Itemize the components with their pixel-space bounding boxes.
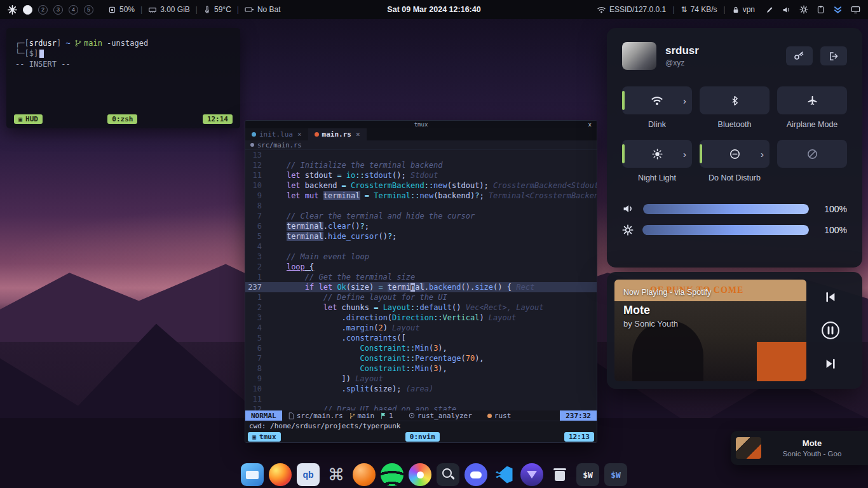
distro-logo-icon[interactable]	[8, 5, 17, 15]
photos-icon[interactable]	[409, 463, 431, 486]
code-line[interactable]: 4 .margin(2) Layout	[245, 323, 597, 333]
line-number: 6	[245, 343, 268, 353]
code-line[interactable]: 3 // Main event loop	[245, 252, 597, 262]
window-titlebar[interactable]: tmuxx	[245, 121, 597, 128]
code-line[interactable]: 1 // Define layout for the UI	[245, 292, 597, 302]
chevron-right-icon[interactable]	[683, 96, 686, 105]
code-line[interactable]: 4	[245, 241, 597, 252]
code-line[interactable]: 11	[245, 394, 597, 404]
line-number: 10	[245, 180, 268, 191]
monitor-icon[interactable]	[851, 5, 860, 14]
code-buffer[interactable]: 1312 // Initialize the terminal backend1…	[245, 150, 597, 410]
hud-badge[interactable]: HUD	[14, 114, 43, 124]
code-line[interactable]: 2 loop {	[245, 262, 597, 272]
code-line[interactable]: 237 if let Ok(size) = terminal.backend()…	[245, 282, 597, 292]
qutebrowser-icon[interactable]: qb	[297, 463, 320, 486]
volume-slider[interactable]	[643, 204, 809, 214]
session-badge[interactable]: 0:zsh	[107, 114, 137, 124]
code-text: .direction(Direction::Vertical) Layout	[268, 313, 597, 323]
clipboard-icon[interactable]	[817, 5, 825, 14]
network-speed[interactable]: 74 KB/s	[681, 5, 717, 14]
ram-value: 3.00 GiB	[160, 5, 190, 14]
toggle-bluetooth[interactable]	[700, 86, 770, 114]
code-line[interactable]: 9 ]) Layout	[245, 374, 597, 384]
toggle-label-dnd: Do Not Disturb	[700, 173, 770, 183]
code-line[interactable]: 3 .direction(Direction::Vertical) Layout	[245, 313, 597, 323]
workspace-2[interactable]: 2	[38, 5, 48, 15]
spotify-icon[interactable]	[381, 463, 403, 486]
code-line[interactable]: 12 // Initialize the terminal backend	[245, 160, 597, 170]
toggle-dnd[interactable]	[700, 140, 770, 168]
vpn-status[interactable]: vpn	[732, 5, 755, 14]
brightness-slider[interactable]	[642, 225, 809, 235]
chevron-right-icon[interactable]	[761, 149, 764, 159]
clock[interactable]: Sat 09 Mar 2024 12:16:40	[387, 5, 480, 14]
tmux-badge[interactable]: tmux	[248, 432, 281, 442]
close-tab-icon[interactable]: ×	[297, 130, 302, 139]
line-number: 1	[245, 292, 268, 302]
toggle-blocked[interactable]	[777, 140, 847, 168]
code-line[interactable]: 12 // Draw UI based on app state	[245, 404, 597, 410]
vscode-icon[interactable]	[492, 463, 515, 486]
close-tab-icon[interactable]: ×	[356, 130, 360, 139]
speaker-icon[interactable]	[782, 6, 791, 14]
theme-brush-icon[interactable]	[764, 5, 773, 14]
battery-value: No Bat	[257, 5, 281, 14]
firefox-icon[interactable]	[269, 463, 292, 486]
workspace-active[interactable]	[23, 5, 32, 15]
discord-icon[interactable]	[465, 463, 487, 486]
toggle-nightlight[interactable]	[622, 140, 692, 168]
workspace-3[interactable]: 3	[53, 5, 63, 15]
proton-icon[interactable]	[520, 463, 543, 486]
code-line[interactable]: 10 let backend = CrosstermBackend::new(s…	[245, 180, 597, 191]
wifi-stat[interactable]: ESSID/127.0.0.1	[597, 5, 666, 14]
key-button[interactable]	[786, 46, 813, 65]
tab-main-rs[interactable]: main.rs ×	[308, 128, 367, 140]
notification[interactable]: Mote Sonic Youth - Goo	[731, 431, 868, 465]
jdownloader-icon[interactable]	[353, 463, 376, 486]
chevron-double-down-icon[interactable]	[833, 6, 843, 14]
toggle-wifi[interactable]	[622, 86, 692, 114]
essid-value: ESSID/127.0.0.1	[609, 5, 666, 14]
chevron-right-icon[interactable]	[683, 149, 686, 159]
line-number: 9	[245, 374, 268, 384]
prompt-close: ]	[57, 38, 65, 48]
code-line[interactable]: 13	[245, 150, 597, 160]
trash-icon[interactable]	[548, 463, 571, 486]
tab-init-lua[interactable]: init.lua ×	[245, 128, 308, 140]
code-line[interactable]: 7 // Clear the terminal and hide the cur…	[245, 211, 597, 221]
magnifier-icon[interactable]	[437, 463, 459, 486]
code-line[interactable]: 8 Constraint::Min(3),	[245, 363, 597, 374]
line-number: 8	[245, 363, 268, 374]
code-line[interactable]: 6 terminal.clear()?;	[245, 221, 597, 231]
code-line[interactable]: 11 let stdout = io::stdout(); Stdout	[245, 170, 597, 180]
next-track-button[interactable]	[825, 358, 836, 369]
tmux-window[interactable]: tmuxx init.lua × main.rs × src/main.rs 1…	[245, 120, 597, 443]
workspace-4[interactable]: 4	[69, 5, 78, 15]
workspace-5[interactable]: 5	[84, 5, 93, 15]
close-window-icon[interactable]: x	[588, 121, 592, 128]
code-line[interactable]: 2 let chunks = Layout::default() Vec<Rec…	[245, 302, 597, 313]
code-line[interactable]: 6 Constraint::Min(3),	[245, 343, 597, 353]
code-line[interactable]: 5 .constraints([	[245, 333, 597, 343]
code-line[interactable]: 7 Constraint::Percentage(70),	[245, 353, 597, 363]
cursor-position: 237:32	[560, 410, 597, 421]
tmux-session-badge[interactable]: 0:nvim	[405, 432, 440, 442]
code-line[interactable]: 1 // Get the terminal size	[245, 272, 597, 282]
pause-button[interactable]	[821, 321, 840, 340]
knot-icon[interactable]	[325, 463, 348, 486]
avatar[interactable]	[622, 42, 656, 70]
code-line[interactable]: 9 let mut terminal = Terminal::new(backe…	[245, 191, 597, 201]
gear-icon[interactable]	[799, 5, 808, 14]
toggle-airplane[interactable]	[777, 86, 847, 114]
code-line[interactable]: 8	[245, 201, 597, 211]
terminal-cursor	[39, 50, 44, 58]
file-manager-icon[interactable]	[241, 463, 264, 486]
code-line[interactable]: 10 .split(size); (area)	[245, 384, 597, 394]
logout-button[interactable]	[820, 46, 847, 65]
dollar-w-light-icon[interactable]: $W	[576, 463, 599, 486]
terminal-window[interactable]: ┌─[srdusr] ~ main -unstaged └─[$] -- INS…	[6, 28, 240, 128]
code-line[interactable]: 5 terminal.hide_cursor()?;	[245, 231, 597, 241]
dollar-w-blue-icon[interactable]: $W	[604, 463, 627, 486]
previous-track-button[interactable]	[825, 292, 836, 302]
